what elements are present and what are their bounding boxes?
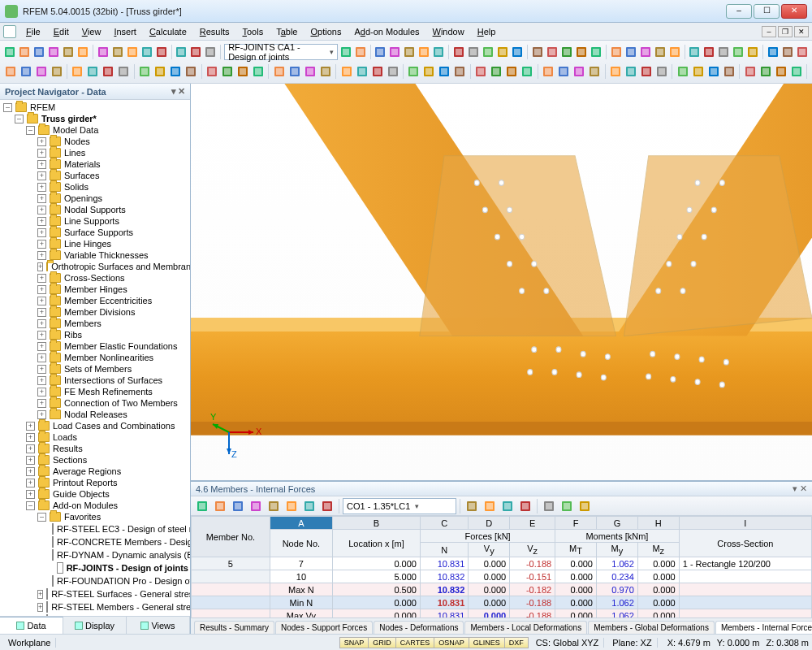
toolbar-button[interactable] — [422, 63, 436, 80]
toolbar-button[interactable] — [688, 44, 701, 60]
toolbar-button[interactable] — [102, 63, 115, 80]
toolbar-button[interactable] — [355, 63, 369, 80]
toolbar-button[interactable] — [318, 63, 332, 80]
toolbar-button[interactable] — [499, 498, 516, 514]
status-toggle-glines[interactable]: GLINES — [469, 637, 505, 648]
toolbar-button[interactable] — [386, 63, 400, 80]
status-toggle-osnap[interactable]: OSNAP — [434, 637, 469, 648]
status-toggle-dxf[interactable]: DXF — [504, 637, 529, 648]
tree-item[interactable]: +Member Elastic Foundations — [2, 340, 190, 352]
toolbar-button[interactable] — [432, 44, 445, 60]
toolbar-button[interactable] — [126, 44, 139, 60]
tree-item[interactable]: +Surface Supports — [2, 227, 190, 238]
mdi-minimize[interactable]: – — [762, 26, 776, 37]
toolbar-button[interactable] — [654, 44, 667, 60]
toolbar-button[interactable] — [559, 498, 575, 514]
toolbar-button[interactable] — [301, 498, 317, 514]
toolbar-button[interactable] — [140, 44, 153, 60]
tree-item[interactable]: +Connection of Two Members — [2, 397, 190, 409]
toolbar-button[interactable] — [541, 498, 557, 514]
toolbar-button[interactable] — [668, 44, 681, 60]
close-button[interactable]: ✕ — [781, 4, 807, 19]
toolbar-button[interactable] — [235, 63, 249, 80]
toolbar-button[interactable] — [34, 63, 48, 80]
toolbar-button[interactable] — [722, 63, 736, 80]
navigator-tree[interactable]: –RFEM–Truss girder*–Model Data+Nodes+Lin… — [0, 100, 190, 616]
tree-item[interactable]: +Lines — [2, 147, 190, 158]
tree-item[interactable]: +Guide Objects — [2, 488, 190, 500]
toolbar-button[interactable] — [531, 44, 544, 60]
tree-item[interactable]: –Model Data — [2, 124, 190, 136]
menu-insert[interactable]: Insert — [107, 24, 143, 39]
toolbar-button[interactable] — [511, 44, 524, 60]
toolbar-button[interactable] — [388, 44, 401, 60]
toolbar-button[interactable] — [138, 63, 152, 80]
tree-item[interactable]: +Sets of Members — [2, 363, 190, 375]
toolbar-button[interactable] — [796, 44, 809, 60]
toolbar-button[interactable] — [774, 63, 788, 80]
toolbar-button[interactable] — [557, 63, 571, 80]
toolbar-button[interactable] — [18, 44, 31, 60]
toolbar-button[interactable] — [588, 63, 602, 80]
table-loadcase-combo[interactable]: CO1 - 1.35*LC1 — [343, 498, 456, 514]
toolbar-button[interactable] — [474, 63, 488, 80]
toolbar-button[interactable] — [624, 44, 637, 60]
panel-close-icon[interactable]: ✕ — [178, 86, 185, 97]
toolbar-button[interactable] — [758, 63, 772, 80]
menu-options[interactable]: Options — [304, 24, 348, 39]
menu-help[interactable]: Help — [471, 24, 503, 39]
toolbar-button[interactable] — [287, 63, 301, 80]
toolbar-button[interactable] — [417, 44, 430, 60]
tree-item[interactable]: +Line Supports — [2, 215, 190, 227]
result-tab[interactable]: Nodes - Deformations — [374, 621, 464, 634]
tree-item[interactable]: RF-JOINTS - Design of joints — [2, 561, 190, 574]
toolbar-button[interactable] — [505, 63, 519, 80]
menu-table[interactable]: Table — [270, 24, 304, 39]
tree-item[interactable]: +Sections — [2, 454, 190, 466]
tree-item[interactable]: +Cross-Sections — [2, 272, 190, 284]
toolbar-button[interactable] — [767, 44, 780, 60]
toolbar-button[interactable] — [266, 498, 282, 514]
menu-calculate[interactable]: Calculate — [143, 24, 193, 39]
toolbar-button[interactable] — [76, 44, 89, 60]
app-menu-icon[interactable] — [3, 25, 16, 38]
tree-item[interactable]: RF-DYNAM - Dynamic analysis (Ba — [2, 548, 190, 561]
toolbar-button[interactable] — [575, 44, 588, 60]
toolbar-button[interactable] — [62, 44, 75, 60]
menu-file[interactable]: File — [19, 24, 47, 39]
toolbar-button[interactable] — [717, 44, 730, 60]
toolbar-button[interactable] — [453, 63, 467, 80]
tree-item[interactable]: +Solids — [2, 181, 190, 193]
menu-window[interactable]: Window — [426, 24, 471, 39]
panel-pin-icon[interactable]: ▾ — [171, 86, 176, 97]
toolbar-button[interactable] — [407, 63, 421, 80]
tree-item[interactable]: +RF-STEEL Members - General stress an — [2, 600, 190, 613]
tree-item[interactable]: +Member Eccentricities — [2, 295, 190, 306]
toolbar-button[interactable] — [546, 44, 559, 60]
table-pin-icon[interactable]: ▾ — [793, 483, 797, 494]
tree-item[interactable]: +Intersections of Surfaces — [2, 375, 190, 386]
tree-item[interactable]: RF-CONCRETE Members - Design — [2, 535, 190, 548]
menu-edit[interactable]: Edit — [47, 24, 76, 39]
toolbar-button[interactable] — [746, 44, 759, 60]
toolbar-button[interactable] — [251, 63, 265, 80]
tree-item[interactable]: +Printout Reports — [2, 477, 190, 488]
toolbar-button[interactable] — [676, 63, 689, 80]
toolbar-button[interactable] — [175, 44, 188, 60]
tree-item[interactable]: +Average Regions — [2, 466, 190, 477]
toolbar-button[interactable] — [339, 44, 352, 60]
toolbar-button[interactable] — [283, 498, 300, 514]
toolbar-button[interactable] — [117, 63, 131, 80]
nav-tab-views[interactable]: Views — [127, 617, 190, 634]
toolbar-button[interactable] — [706, 63, 720, 80]
toolbar-button[interactable] — [490, 63, 503, 80]
maximize-button[interactable]: ☐ — [754, 4, 780, 19]
toolbar-button[interactable] — [205, 63, 218, 80]
tree-item[interactable]: +Load Cases and Combinations — [2, 420, 190, 431]
toolbar-button[interactable] — [624, 63, 637, 80]
toolbar-button[interactable] — [230, 498, 246, 514]
tree-item[interactable]: +Materials — [2, 158, 190, 170]
menu-tools[interactable]: Tools — [235, 24, 270, 39]
tree-item[interactable]: –Truss girder* — [2, 113, 190, 124]
toolbar-button[interactable] — [590, 44, 603, 60]
